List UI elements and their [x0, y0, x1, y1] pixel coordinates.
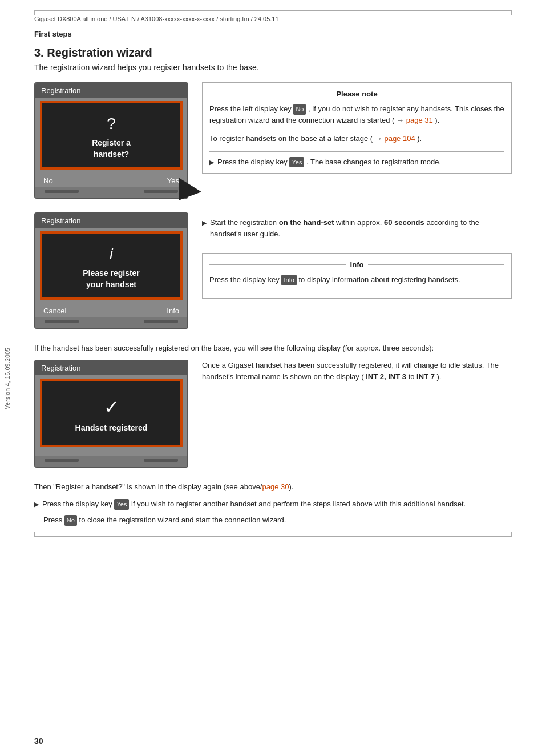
- please-note-text1: Press the left display key No , if you d…: [209, 103, 504, 126]
- screen1-left-btn: No: [43, 176, 53, 185]
- screen3-header: Registration: [35, 361, 187, 375]
- page31-link: page 31: [406, 116, 433, 124]
- bottom-paragraph1: Then "Register a handset?" is shown in t…: [34, 481, 512, 493]
- side-notes-2: ▶ Start the registration on the hand-set…: [202, 212, 512, 299]
- softkey3-right: [144, 459, 178, 462]
- info-note-text: Press the display key Info to display in…: [209, 274, 504, 285]
- screen1-text: Register a handset?: [92, 138, 131, 160]
- bullet-triangle-1: ▶: [209, 158, 214, 167]
- bottom-ruler: [34, 532, 512, 537]
- info-note-box: Info Press the display key Info to displ…: [202, 253, 512, 299]
- no-key-1: No: [293, 104, 306, 115]
- softkey3-left: [45, 459, 79, 462]
- handset-note: Once a Gigaset handset has been successf…: [202, 360, 512, 389]
- block-1: Registration ? Register a handset? No Ye…: [34, 82, 512, 199]
- screen2-header: Registration: [35, 214, 187, 228]
- screen1-footer: No Yes: [35, 173, 187, 187]
- phone-screen-1: Registration ? Register a handset? No Ye…: [34, 82, 188, 199]
- note-divider-1: [209, 151, 504, 152]
- please-note-title-bar: Please note: [209, 89, 504, 100]
- screen2-left-btn: Cancel: [43, 307, 66, 315]
- bottom-no-key: No: [64, 515, 77, 526]
- arrow-symbol: →: [397, 116, 404, 124]
- info-note-title-bar: Info: [209, 259, 504, 271]
- page-header: Gigaset DX800A all in one / USA EN / A31…: [34, 15, 512, 25]
- please-note-title: Please note: [336, 89, 377, 100]
- bottom-page30-link: page 30: [262, 482, 289, 491]
- screen3-icon: ✓: [104, 396, 119, 418]
- version-label: Version 4, 16.09.2005: [5, 347, 11, 409]
- screen3-softkeys: [35, 456, 187, 467]
- phone-screen-2: Registration i Please register your hand…: [34, 212, 188, 329]
- inter-paragraph: If the handset has been successfully reg…: [34, 343, 512, 354]
- screen3-body: ✓ Handset registered: [40, 379, 183, 447]
- screen2-body: i Please register your handset: [40, 231, 183, 300]
- please-note-bullet: ▶ Press the display key Yes . The base c…: [209, 156, 504, 168]
- section-title: 3. Registration wizard: [34, 46, 512, 59]
- screen2-icon: i: [110, 246, 113, 263]
- bottom-yes-key: Yes: [114, 499, 129, 510]
- screen2-footer: Cancel Info: [35, 303, 187, 317]
- phone-screen-3: Registration ✓ Handset registered: [34, 360, 188, 468]
- bottom-bullet-2: Press No to close the registration wizar…: [43, 514, 512, 526]
- screen1-softkeys: [35, 187, 187, 198]
- page104-link: page 104: [384, 134, 415, 143]
- softkey2-left: [45, 320, 79, 323]
- screen1-body: ? Register a handset?: [40, 101, 183, 170]
- screen1-header: Registration: [35, 83, 187, 98]
- screen1-icon: ?: [107, 115, 116, 133]
- info-note-title: Info: [350, 259, 364, 271]
- screen2-right-btn: Info: [167, 307, 179, 315]
- softkey2-right: [144, 320, 178, 323]
- please-note-box: Please note Press the left display key N…: [202, 82, 512, 174]
- bullet-triangle-3: ▶: [34, 500, 39, 509]
- bottom-bullet-1: ▶ Press the display key Yes if you wish …: [34, 498, 512, 510]
- please-note-text2: To register handsets on the base at a la…: [209, 133, 504, 144]
- info-key: Info: [281, 275, 296, 285]
- screen2-softkeys: [35, 317, 187, 328]
- screen3-footer: [35, 451, 187, 456]
- handset-note-text: Once a Gigaset handset has been successf…: [202, 360, 512, 383]
- arrow-symbol2: →: [375, 134, 382, 143]
- top-ruler: [34, 10, 512, 15]
- svg-marker-0: [179, 178, 201, 200]
- block-3: Registration ✓ Handset registered: [34, 360, 512, 468]
- bullet-triangle-2: ▶: [202, 218, 207, 228]
- arrow-icon: [173, 172, 204, 203]
- screen3-text: Handset registered: [75, 423, 148, 434]
- section-label: First steps: [34, 30, 512, 38]
- header-text: Gigaset DX800A all in one / USA EN / A31…: [34, 15, 279, 22]
- section-subtitle: The registration wizard helps you regist…: [34, 63, 512, 72]
- screen2-text: Please register your handset: [83, 268, 140, 290]
- yes-key-1: Yes: [289, 157, 304, 168]
- softkey-left: [45, 190, 79, 193]
- page-number: 30: [34, 737, 43, 746]
- block-2: Registration i Please register your hand…: [34, 212, 512, 329]
- start-note-bullet: ▶ Start the registration on the hand-set…: [202, 217, 512, 239]
